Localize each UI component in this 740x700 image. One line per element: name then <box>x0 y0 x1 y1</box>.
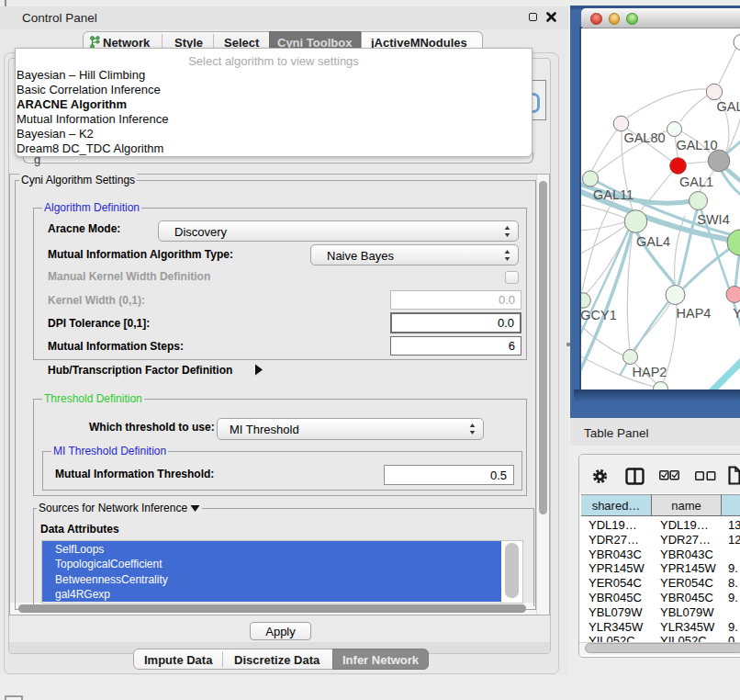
svg-text:GAL11: GAL11 <box>593 187 633 202</box>
svg-text:GCY1: GCY1 <box>581 308 617 322</box>
svg-text:GAL1: GAL1 <box>679 175 713 189</box>
svg-text:GAL80: GAL80 <box>623 130 665 145</box>
svg-text:GAL7: GAL7 <box>716 99 740 114</box>
svg-text:HAP2: HAP2 <box>633 365 667 379</box>
svg-text:GAL4: GAL4 <box>636 234 670 249</box>
svg-text:GAL10: GAL10 <box>676 138 717 152</box>
svg-text:YL: YL <box>733 306 740 321</box>
svg-text:SWI4: SWI4 <box>697 212 729 227</box>
svg-text:HAP4: HAP4 <box>677 306 712 321</box>
